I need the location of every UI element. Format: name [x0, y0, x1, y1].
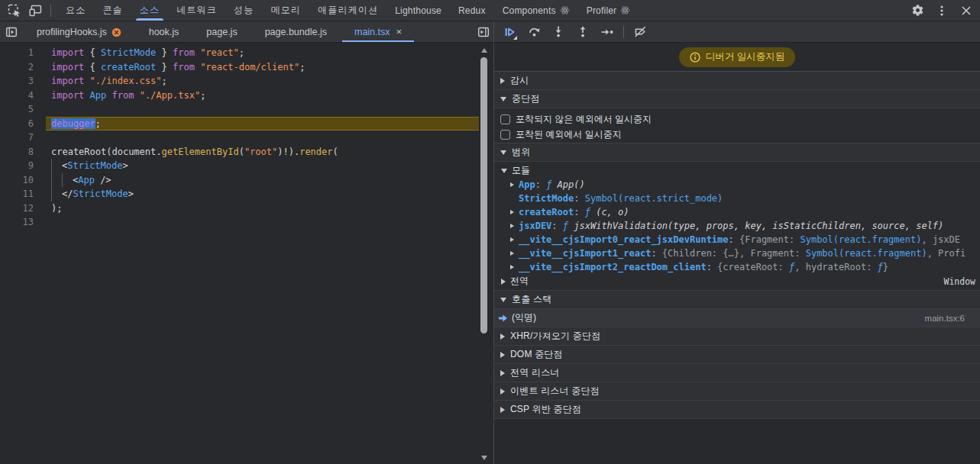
checkbox-unchecked[interactable] — [500, 130, 510, 140]
variable-name: createRoot — [519, 207, 574, 218]
code-line[interactable]: 12); — [0, 201, 493, 216]
code-token — [84, 90, 89, 101]
info-icon — [690, 52, 700, 63]
device-toolbar-button[interactable] — [26, 2, 44, 20]
scope-group-모듈[interactable]: 모듈 — [494, 163, 980, 178]
device-toolbar-icon — [29, 4, 42, 17]
paused-code-line[interactable]: 6debugger; — [0, 117, 493, 131]
main-toolbar-right-icons — [908, 0, 980, 21]
scope-var-__vite__cjsImport2_reactDom_client[interactable]: __vite__cjsImport2_reactDom_client: {cre… — [494, 260, 980, 274]
file-tab-main.tsx[interactable]: main.tsx× — [341, 21, 416, 42]
panel-tab-네트워크[interactable]: 네트워크 — [168, 0, 225, 21]
scope-var-createRoot[interactable]: createRoot: ƒ (c, o) — [494, 205, 980, 219]
step-into-button[interactable] — [548, 23, 568, 41]
more-options-button[interactable] — [933, 2, 951, 20]
file-tab-profilingHooks.js[interactable]: profilingHooks.js — [23, 21, 135, 42]
scope-group-전역[interactable]: 전역Window — [494, 274, 980, 288]
sidebar-empty-area — [494, 419, 980, 464]
panel-tab-label: Profiler — [587, 5, 617, 16]
code-editor[interactable]: 1import { StrictMode } from "react";2imp… — [0, 43, 493, 464]
section-전역 리스너[interactable]: 전역 리스너 — [494, 364, 980, 382]
deactivate-breakpoints-button[interactable] — [630, 23, 650, 41]
code-line[interactable]: 4import App from "./App.tsx"; — [0, 89, 493, 103]
step-over-button[interactable] — [524, 23, 544, 41]
step-button[interactable] — [597, 23, 617, 41]
line-number: 10 — [0, 173, 34, 188]
panel-tab-Redux[interactable]: Redux — [450, 0, 494, 21]
file-tab-hook.js[interactable]: hook.js — [135, 21, 193, 42]
editor-scrollbar[interactable] — [479, 43, 490, 464]
scope-var-__vite__cjsImport1_react[interactable]: __vite__cjsImport1_react: {Children: {…}… — [494, 246, 980, 260]
scroll-up-arrow-icon[interactable] — [481, 48, 487, 53]
frame-name: (익명) — [512, 311, 536, 324]
scope-var-jsxDEV[interactable]: jsxDEV: ƒ jsxWithValidation(type, props,… — [494, 219, 980, 233]
call-stack-list: (익명)main.tsx:6 — [494, 309, 980, 327]
panel-tab-Lighthouse[interactable]: Lighthouse — [387, 0, 450, 21]
devtools-body: profilingHooks.jshook.jspage.jspage.bund… — [0, 21, 980, 464]
scope-var-App[interactable]: App: ƒ App() — [494, 178, 980, 192]
panel-tab-Components[interactable]: Components — [494, 0, 578, 21]
panel-tab-애플리케이션[interactable]: 애플리케이션 — [309, 0, 387, 21]
code-line-content — [46, 130, 479, 145]
panel-tab-성능[interactable]: 성능 — [225, 0, 262, 21]
code-line[interactable]: 5 — [0, 102, 493, 117]
collapsed-triangle-icon — [510, 251, 514, 256]
section-call-stack[interactable]: 호출 스택 — [494, 291, 980, 309]
scope-tree: 모듈App: ƒ App()StrictMode: Symbol(react.s… — [494, 162, 980, 291]
panel-tab-메모리[interactable]: 메모리 — [262, 0, 309, 21]
section-title: 전역 리스너 — [510, 366, 560, 379]
file-tab-page.js[interactable]: page.js — [192, 21, 251, 42]
inspect-element-button[interactable] — [5, 2, 23, 20]
section-breakpoints[interactable]: 중단점 — [494, 90, 980, 108]
line-number: 8 — [0, 145, 34, 160]
file-tab-page.bundle.js[interactable]: page.bundle.js — [251, 21, 341, 42]
panel-tab-Profiler[interactable]: Profiler — [578, 0, 639, 21]
tree-toggle — [510, 265, 519, 269]
active-frame-arrow-icon — [498, 314, 508, 323]
code-line[interactable]: 3import "./index.css"; — [0, 74, 493, 89]
section-CSP 위반 중단점[interactable]: CSP 위반 중단점 — [494, 401, 980, 419]
show-sidebar-icon — [477, 26, 490, 38]
code-line[interactable]: 10<App /> — [0, 173, 493, 188]
step-out-icon — [577, 25, 589, 38]
file-tab-label: page.bundle.js — [265, 27, 327, 37]
code-line[interactable]: 11</StrictMode> — [0, 187, 493, 201]
panel-tab-소스[interactable]: 소스 — [131, 0, 168, 21]
section-XHR/가져오기 중단점[interactable]: XHR/가져오기 중단점 — [494, 327, 980, 346]
call-stack-frame[interactable]: (익명)main.tsx:6 — [494, 309, 980, 327]
panel-tab-콘솔[interactable]: 콘솔 — [94, 0, 131, 21]
scope-var-StrictMode[interactable]: StrictMode: Symbol(react.strict_mode) — [494, 192, 980, 205]
resume-script-button[interactable] — [500, 23, 519, 41]
step-icon — [600, 26, 614, 38]
panel-tab-label: Components — [503, 5, 556, 16]
code-token: ; — [239, 47, 244, 58]
breakpoint-option-row[interactable]: 포착된 예외에서 일시중지 — [494, 127, 980, 142]
variable-value-part: Symbol(react.fragment) — [800, 234, 921, 245]
section-scope[interactable]: 범위 — [494, 143, 980, 162]
checkbox-unchecked[interactable] — [500, 114, 510, 124]
code-line[interactable]: 2import { createRoot } from "react-dom/c… — [0, 60, 493, 75]
tab-close-icon[interactable]: × — [396, 27, 403, 37]
section-watch[interactable]: 감시 — [494, 72, 980, 90]
settings-button[interactable] — [908, 2, 927, 20]
code-line[interactable]: 1import { StrictMode } from "react"; — [0, 46, 493, 60]
scope-var-__vite__cjsImport0_react_jsxDevRuntime[interactable]: __vite__cjsImport0_react_jsxDevRuntime: … — [494, 233, 980, 246]
panel-tab-요소[interactable]: 요소 — [57, 0, 94, 21]
toggle-navigator-button[interactable] — [0, 21, 23, 42]
code-line[interactable]: 9<StrictMode> — [0, 159, 493, 173]
main-toolbar: 요소콘솔소스네트워크성능메모리애플리케이션LighthouseReduxComp… — [0, 0, 980, 21]
breakpoint-option-row[interactable]: 포착되지 않은 예외에서 일시중지 — [494, 111, 980, 127]
section-이벤트 리스너 중단점[interactable]: 이벤트 리스너 중단점 — [494, 382, 980, 401]
code-line[interactable]: 7 — [0, 130, 493, 145]
toggle-debugger-sidebar-button[interactable] — [474, 21, 493, 42]
code-line[interactable]: 8createRoot(document.getElementById("roo… — [0, 145, 493, 160]
section-DOM 중단점[interactable]: DOM 중단점 — [494, 346, 980, 364]
code-line[interactable]: 13 — [0, 215, 493, 230]
close-devtools-button[interactable] — [957, 2, 975, 20]
step-out-button[interactable] — [573, 23, 593, 41]
editor-scrollbar-thumb[interactable] — [480, 57, 487, 334]
code-line-content: createRoot(document.getElementById("root… — [46, 145, 479, 160]
scroll-down-arrow-icon[interactable] — [481, 456, 487, 460]
code-line-content: import { StrictMode } from "react"; — [46, 46, 479, 60]
colon: : — [574, 207, 584, 218]
